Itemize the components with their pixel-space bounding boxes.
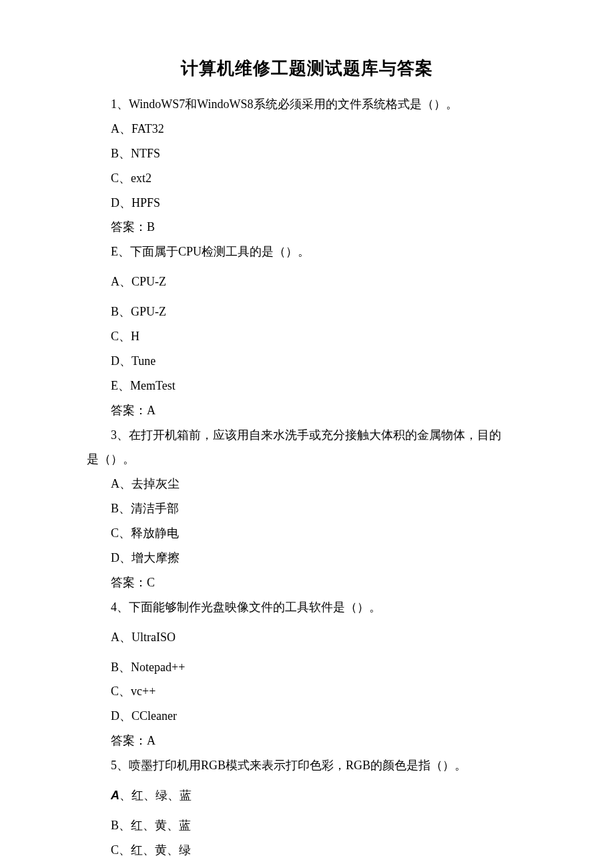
q3-option-a: A、去掉灰尘 <box>87 472 527 496</box>
q2-option-e: E、MemTest <box>87 374 527 398</box>
q2-option-d: D、Tune <box>87 349 527 374</box>
q3-option-d: D、增大摩擦 <box>87 546 527 570</box>
q2-option-b: B、GPU-Z <box>87 300 527 324</box>
q2-option-a: A、CPU-Z <box>87 270 527 294</box>
document-title: 计算机维修工题测试题库与答案 <box>87 57 527 80</box>
q3-stem-line1: 3、在打开机箱前，应该用自来水洗手或充分接触大体积的金属物体，目的 <box>87 423 527 448</box>
q2-answer: 答案：A <box>87 398 527 423</box>
q5-option-b: B、红、黄、蓝 <box>87 813 527 838</box>
q2-stem: E、下面属于CPU检测工具的是（）。 <box>87 240 527 264</box>
q4-stem: 4、下面能够制作光盘映像文件的工具软件是（）。 <box>87 595 527 620</box>
q1-option-d: D、HPFS <box>87 191 527 215</box>
q5-a-rest: 、红、绿、蓝 <box>119 789 192 802</box>
q5-option-a: A、红、绿、蓝 <box>87 783 527 808</box>
q4-answer: 答案：A <box>87 729 527 753</box>
q3-option-c: C、释放静电 <box>87 521 527 546</box>
q1-option-b: B、NTFS <box>87 141 527 166</box>
q5-option-c: C、红、黄、绿 <box>87 838 527 863</box>
q5-stem: 5、喷墨打印机用RGB模式来表示打印色彩，RGB的颜色是指（）。 <box>87 753 527 778</box>
q4-option-d: D、CCleaner <box>87 704 527 729</box>
q3-option-b: B、清洁手部 <box>87 496 527 521</box>
q5-option-d: Dˆ黄、绿、蓝 <box>87 863 527 868</box>
q4-option-a: A、UltraISO <box>87 625 527 650</box>
q3-answer: 答案：C <box>87 570 527 595</box>
q1-option-a: A、FAT32 <box>87 117 527 141</box>
q5-a-prefix: A <box>111 789 119 802</box>
q3-stem-line2: 是（）。 <box>87 447 527 472</box>
q4-option-c: C、vc++ <box>87 679 527 704</box>
q4-option-b: B、Notepad++ <box>87 655 527 680</box>
q1-option-c: C、ext2 <box>87 166 527 191</box>
q1-answer: 答案：B <box>87 215 527 240</box>
q2-option-c: C、H <box>87 324 527 349</box>
q1-stem: 1、WindoWS7和WindoWS8系统必须采用的文件系统格式是（）。 <box>87 92 527 117</box>
